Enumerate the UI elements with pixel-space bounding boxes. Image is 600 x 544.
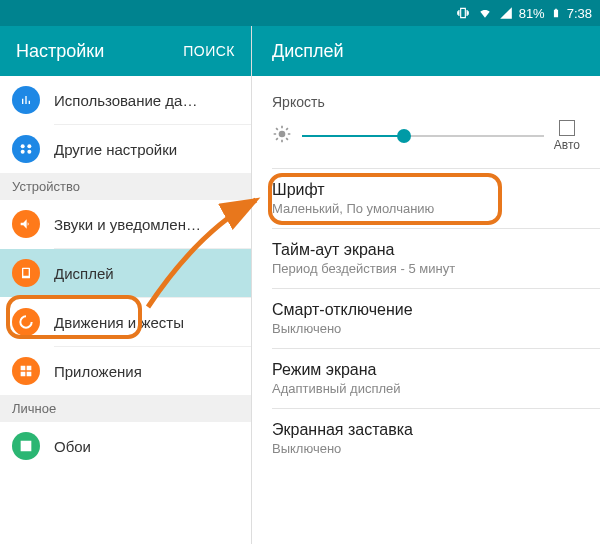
setting-subtitle: Маленький, По умолчанию <box>272 201 580 216</box>
sidebar-item-label: Обои <box>54 438 91 455</box>
sidebar-item-data-usage[interactable]: Использование да… <box>0 76 251 124</box>
svg-point-1 <box>27 144 31 148</box>
brightness-slider[interactable] <box>302 126 544 146</box>
sidebar-item-sounds[interactable]: Звуки и уведомлен… <box>0 200 251 248</box>
auto-brightness-checkbox[interactable]: Авто <box>554 120 580 152</box>
battery-percent: 81% <box>519 6 545 21</box>
setting-title: Шрифт <box>272 181 580 199</box>
panel-title: Дисплей <box>252 26 600 76</box>
svg-point-4 <box>279 131 286 138</box>
setting-screen-mode[interactable]: Режим экрана Адаптивный дисплей <box>252 349 600 408</box>
sidebar-item-wallpaper[interactable]: Обои <box>0 422 251 470</box>
sidebar-item-apps[interactable]: Приложения <box>0 347 251 395</box>
setting-timeout[interactable]: Тайм-аут экрана Период бездействия - 5 м… <box>252 229 600 288</box>
setting-subtitle: Адаптивный дисплей <box>272 381 580 396</box>
vibrate-icon <box>455 6 471 20</box>
svg-point-3 <box>27 150 31 154</box>
section-personal: Личное <box>0 395 251 422</box>
wallpaper-icon <box>12 432 40 460</box>
auto-label: Авто <box>554 138 580 152</box>
signal-icon <box>499 6 513 20</box>
setting-subtitle: Выключено <box>272 321 580 336</box>
setting-subtitle: Выключено <box>272 441 580 456</box>
battery-icon <box>551 6 561 20</box>
data-usage-icon <box>12 86 40 114</box>
brightness-label: Яркость <box>272 94 580 110</box>
motion-icon <box>12 308 40 336</box>
wifi-icon <box>477 6 493 20</box>
clock: 7:38 <box>567 6 592 21</box>
sidebar-header: Настройки ПОИСК <box>0 26 251 76</box>
sidebar-item-label: Приложения <box>54 363 142 380</box>
svg-point-2 <box>21 150 25 154</box>
sidebar-item-more[interactable]: Другие настройки <box>0 125 251 173</box>
sidebar-item-label: Звуки и уведомлен… <box>54 216 201 233</box>
setting-subtitle: Период бездействия - 5 минут <box>272 261 580 276</box>
sidebar-item-label: Другие настройки <box>54 141 177 158</box>
setting-smart-stay[interactable]: Смарт-отключение Выключено <box>252 289 600 348</box>
setting-screensaver[interactable]: Экранная заставка Выключено <box>252 409 600 468</box>
more-settings-icon <box>12 135 40 163</box>
settings-sidebar: Настройки ПОИСК Использование да… Другие… <box>0 26 252 544</box>
setting-title: Смарт-отключение <box>272 301 580 319</box>
sidebar-item-display[interactable]: Дисплей <box>0 249 251 297</box>
sidebar-item-label: Дисплей <box>54 265 114 282</box>
setting-font[interactable]: Шрифт Маленький, По умолчанию <box>252 169 600 228</box>
sidebar-item-label: Использование да… <box>54 92 197 109</box>
sidebar-item-label: Движения и жесты <box>54 314 184 331</box>
display-settings-panel: Дисплей Яркость Авто Шрифт Мале <box>252 26 600 544</box>
search-button[interactable]: ПОИСК <box>183 43 235 59</box>
setting-title: Экранная заставка <box>272 421 580 439</box>
brightness-section: Яркость Авто <box>252 86 600 168</box>
apps-icon <box>12 357 40 385</box>
sounds-icon <box>12 210 40 238</box>
status-bar: 81% 7:38 <box>0 0 600 26</box>
sidebar-item-motion[interactable]: Движения и жесты <box>0 298 251 346</box>
display-icon <box>12 259 40 287</box>
setting-title: Режим экрана <box>272 361 580 379</box>
brightness-icon <box>272 124 292 148</box>
svg-point-0 <box>21 144 25 148</box>
sidebar-title: Настройки <box>16 41 104 62</box>
section-device: Устройство <box>0 173 251 200</box>
setting-title: Тайм-аут экрана <box>272 241 580 259</box>
